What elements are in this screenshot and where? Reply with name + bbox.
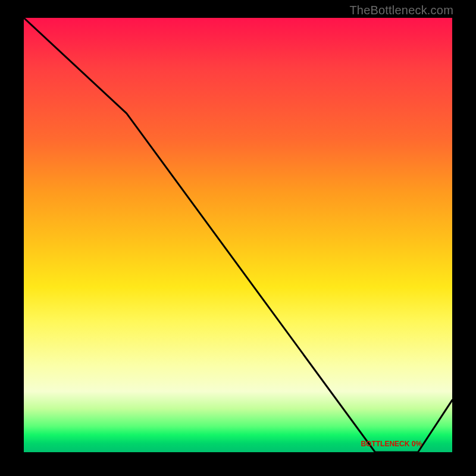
bottleneck-zero-label: BOTTLENECK 0%: [361, 440, 422, 448]
bottleneck-curve: [24, 18, 452, 452]
chart-canvas: BOTTLENECK 0% TheBottleneck.com: [0, 0, 476, 476]
bottleneck-line-chart: [24, 18, 452, 452]
plot-area: BOTTLENECK 0%: [24, 18, 452, 452]
watermark-text: TheBottleneck.com: [349, 4, 453, 17]
